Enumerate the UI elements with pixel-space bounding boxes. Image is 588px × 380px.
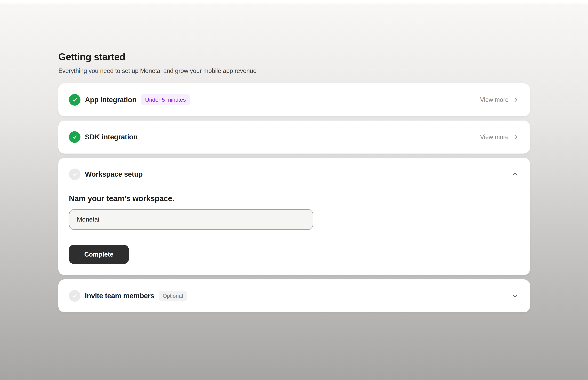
view-more-label: View more	[480, 96, 509, 103]
check-circle-incomplete	[69, 290, 80, 302]
check-circle-complete	[69, 94, 80, 106]
card-title-invite-team-members: Invite team members	[85, 292, 154, 300]
check-icon	[71, 171, 78, 178]
chevron-right-icon	[512, 133, 519, 141]
page-subtitle: Everything you need to set up Monetai an…	[58, 67, 530, 75]
workspace-name-heading: Nam your team’s workspace.	[69, 194, 519, 203]
card-title-sdk-integration: SDK integration	[85, 133, 138, 141]
card-sdk-integration-header[interactable]: SDK integration View more	[58, 121, 530, 153]
onboarding-cards: App integration Under 5 minutes View mor…	[58, 83, 530, 312]
workspace-setup-body: Nam your team’s workspace. Complete	[58, 191, 530, 275]
chevron-down-icon[interactable]	[510, 291, 519, 300]
time-estimate-badge: Under 5 minutes	[141, 94, 190, 105]
getting-started-page: Getting started Everything you need to s…	[0, 0, 530, 312]
card-app-integration: App integration Under 5 minutes View mor…	[58, 83, 530, 116]
view-more-link-app[interactable]: View more	[480, 96, 519, 104]
complete-button[interactable]: Complete	[69, 245, 129, 264]
workspace-name-input[interactable]	[69, 209, 313, 230]
chevron-up-icon[interactable]	[510, 170, 519, 179]
check-icon	[71, 96, 78, 103]
view-more-label: View more	[480, 133, 509, 141]
check-circle-incomplete	[69, 169, 80, 180]
card-title-workspace-setup: Workspace setup	[85, 170, 143, 178]
view-more-link-sdk[interactable]: View more	[480, 133, 519, 141]
check-circle-complete	[69, 131, 80, 143]
check-icon	[71, 292, 78, 299]
card-workspace-setup-header[interactable]: Workspace setup	[58, 158, 530, 191]
complete-button-label: Complete	[84, 251, 114, 258]
card-sdk-integration: SDK integration View more	[58, 121, 530, 153]
optional-badge: Optional	[159, 291, 187, 301]
card-invite-team-members-header[interactable]: Invite team members Optional	[58, 279, 530, 312]
card-workspace-setup: Workspace setup Nam your team’s workspac…	[58, 158, 530, 275]
card-title-app-integration: App integration	[85, 96, 137, 104]
card-app-integration-header[interactable]: App integration Under 5 minutes View mor…	[58, 83, 530, 116]
check-icon	[71, 134, 78, 140]
chevron-right-icon	[512, 96, 519, 104]
page-title: Getting started	[58, 51, 530, 63]
card-invite-team-members: Invite team members Optional	[58, 279, 530, 312]
